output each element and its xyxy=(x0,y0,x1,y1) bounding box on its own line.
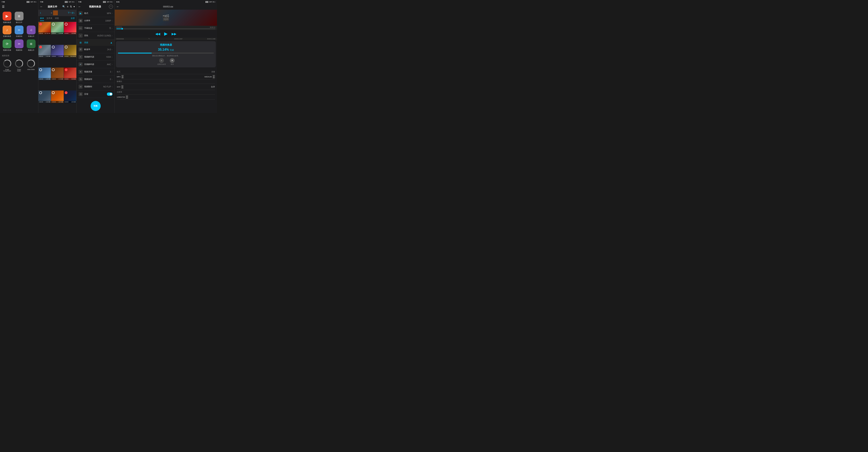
resolution-up-btn[interactable]: ▲ xyxy=(126,95,128,97)
next-step-btn[interactable]: 下一步 › xyxy=(68,11,75,14)
select-circle-9[interactable] xyxy=(65,68,67,71)
format-stepper[interactable]: ▲ ▼ xyxy=(121,75,124,78)
rec-video-editor[interactable]: Video Editor xyxy=(26,59,36,72)
app-audio-editor[interactable]: ✂ 音频剪辑 xyxy=(14,26,24,37)
app-video-converter[interactable]: ▶ 视频转换器 xyxy=(2,12,12,24)
edit-icon[interactable]: ✎ xyxy=(149,38,150,39)
video-thumb-11[interactable]: 0:00:00 2.87 MB xyxy=(51,90,63,103)
timeline-thumb[interactable] xyxy=(121,28,123,30)
cancel-option[interactable]: ✕ 取消 xyxy=(170,58,175,65)
video-thumb-8[interactable]: 0:00:00 1.72 MB xyxy=(51,67,63,80)
back-button-p2[interactable]: ← xyxy=(40,5,43,8)
tab-all[interactable]: 全部 xyxy=(71,17,75,21)
timeline-track[interactable] xyxy=(116,29,215,29)
video-thumb-9[interactable]: 0:00:00 2.39 MB xyxy=(64,67,76,80)
settings-video-rotate[interactable]: ↻ 视频旋转 0 › xyxy=(76,76,115,83)
format-up-btn[interactable]: ▲ xyxy=(121,75,124,77)
progress-bar-fill xyxy=(118,53,152,54)
thumb-size-11: 2.87 MB xyxy=(59,101,63,103)
thumb-overlay-3: 0:00:00 1.83 MB xyxy=(64,32,76,34)
select-circle-10[interactable] xyxy=(39,91,42,94)
settings-resolution[interactable]: ⊞ 分辨率 1080P › xyxy=(76,17,115,25)
thumb-time-1: 0:00:00 xyxy=(39,33,43,34)
video-thumb-5[interactable]: 0:00:00 1.76 MB xyxy=(51,45,63,57)
resolution-down-btn[interactable]: ▼ xyxy=(126,97,128,99)
rec-photo-editor[interactable]: PhotoEditor xyxy=(14,59,24,72)
settings-format[interactable]: ▶ 格式 MP4 › xyxy=(76,10,115,17)
aspect-down-btn[interactable]: ▼ xyxy=(121,87,124,89)
video-thumb-6[interactable]: 0:00:00 726.30 KB xyxy=(64,45,76,57)
settings-fps[interactable]: 🎬 帧速率 24.0 › xyxy=(76,46,115,53)
quality-stepper[interactable]: ▲ ▼ xyxy=(213,75,215,78)
back-button-p4[interactable]: ← xyxy=(116,5,119,8)
settings-compress[interactable]: ⊡ 压缩 xyxy=(76,90,115,98)
advanced-section-header[interactable]: ⊞ 高级 ▲ xyxy=(76,39,115,46)
aspect-up-btn[interactable]: ▲ xyxy=(121,85,124,87)
app-video-editor[interactable]: ✂ 视频剪辑 xyxy=(14,39,24,51)
video-thumb-10[interactable]: 0:00:00 2.03 MB xyxy=(38,90,51,103)
video-thumb-3[interactable]: 0:00:00 1.83 MB xyxy=(64,22,76,34)
format-down-btn[interactable]: ▼ xyxy=(121,77,124,78)
thumb-size-8: 1.72 MB xyxy=(59,78,63,80)
video-to-audio-label: 视频转音频 xyxy=(3,49,11,51)
bg-process-option[interactable]: ⚙ 启用后台处理 xyxy=(157,58,166,65)
video-thumb-1[interactable]: 0:00:00 917.05 KB xyxy=(38,22,51,34)
video-thumb-7[interactable]: 0:00:00 1.04 MB xyxy=(38,67,51,80)
select-circle-6[interactable] xyxy=(65,46,67,49)
wifi-icon: WiFi xyxy=(30,1,33,3)
tab-media[interactable]: 媒体 xyxy=(40,17,44,21)
quality-up-btn[interactable]: ▲ xyxy=(213,75,215,77)
select-circle-3[interactable] xyxy=(65,23,67,26)
more-icon[interactable]: ▾ xyxy=(73,5,75,8)
select-circle-5[interactable] xyxy=(52,46,55,49)
resolution-stepper[interactable]: ▲ ▼ xyxy=(126,95,128,99)
audio-label: 音轨 xyxy=(84,34,97,37)
video-thumb-2[interactable]: 0:00:00 1.06 MB xyxy=(51,22,63,34)
quality-down-btn[interactable]: ▼ xyxy=(213,77,215,78)
back-button-p3[interactable]: ← xyxy=(78,5,81,8)
settings-audio-codec[interactable]: 🔊 音频解码器 AAC › xyxy=(76,61,115,68)
panel-output: 8:01 ▌▌▌ WiFi 5G ▪ ← 000053.dat 🎬 00:00:… xyxy=(115,0,217,113)
menu-icon[interactable]: ☰ xyxy=(2,5,5,8)
thumb-size-5: 1.76 MB xyxy=(59,56,63,57)
app-audio-merge[interactable]: ♫ 音频合并 xyxy=(26,26,36,37)
rec-image-compressor[interactable]: ImageCompressor xyxy=(2,59,12,72)
select-circle-4[interactable] xyxy=(39,46,42,49)
app-video-merge[interactable]: ⊞ 视频合并 xyxy=(26,39,36,51)
select-circle-7[interactable] xyxy=(39,68,42,71)
settings-video-codec[interactable]: ⊞ 视频解码器 H264 › xyxy=(76,53,115,61)
tab-folder[interactable]: 文件夹 xyxy=(46,17,53,21)
rewind-button[interactable]: ◀◀ xyxy=(155,32,160,36)
select-circle-1[interactable] xyxy=(39,23,42,26)
app-output-files[interactable]: ⊞ 输出文件 xyxy=(14,12,24,24)
settings-subtitle[interactable]: CC 字幕轨道 无 › xyxy=(76,25,115,32)
settings-video-flip[interactable]: ⇔ 视频翻转 NO FLIP › xyxy=(76,83,115,90)
status-icons-panel1: ▌▌▌ WiFi 5G ▪ xyxy=(27,1,37,3)
format-label: 格式 xyxy=(84,12,107,15)
select-circle-11[interactable] xyxy=(52,91,55,94)
output-resolution-val: 1280X720 ▲ ▼ xyxy=(117,95,128,99)
video-thumb-12[interactable]: 0:00:00 2.50 MB xyxy=(64,90,76,103)
aspect-stepper[interactable]: ▲ ▼ xyxy=(121,85,124,89)
select-circle-12[interactable] xyxy=(65,91,67,94)
list-icon[interactable]: ≡ xyxy=(67,5,68,8)
convert-button[interactable]: 转换 xyxy=(91,101,101,111)
video-converter-label: 视频转换器 xyxy=(3,21,11,24)
search-icon-p2[interactable]: 🔍 xyxy=(62,5,65,8)
select-circle-8[interactable] xyxy=(52,68,55,71)
compress-toggle[interactable] xyxy=(107,92,113,96)
remove-selected-btn[interactable]: ✕ xyxy=(51,12,52,14)
settings-video-quality[interactable]: ★ 视频质量 3 › xyxy=(76,68,115,76)
app-video-to-audio[interactable]: ⟳ 视频转音频 xyxy=(2,39,12,51)
filter-icon[interactable]: ⇅ xyxy=(70,5,72,8)
settings-audio[interactable]: ♪ 音轨 AUDIO 1(UND) › xyxy=(76,32,115,39)
tab-browse[interactable]: 浏览 xyxy=(55,17,59,21)
selected-thumb-img xyxy=(53,10,58,15)
select-circle-2[interactable] xyxy=(52,23,55,26)
forward-button[interactable]: ▶▶ xyxy=(172,32,177,36)
app-audio-converter[interactable]: ♪ 音频转换器 xyxy=(2,26,12,37)
play-button[interactable]: ▶ xyxy=(164,31,167,36)
help-button[interactable]: ? xyxy=(109,5,113,9)
video-thumb-4[interactable]: 0:00:00 2.43 MB xyxy=(38,45,51,57)
output-header: ← 000053.dat xyxy=(115,4,217,10)
